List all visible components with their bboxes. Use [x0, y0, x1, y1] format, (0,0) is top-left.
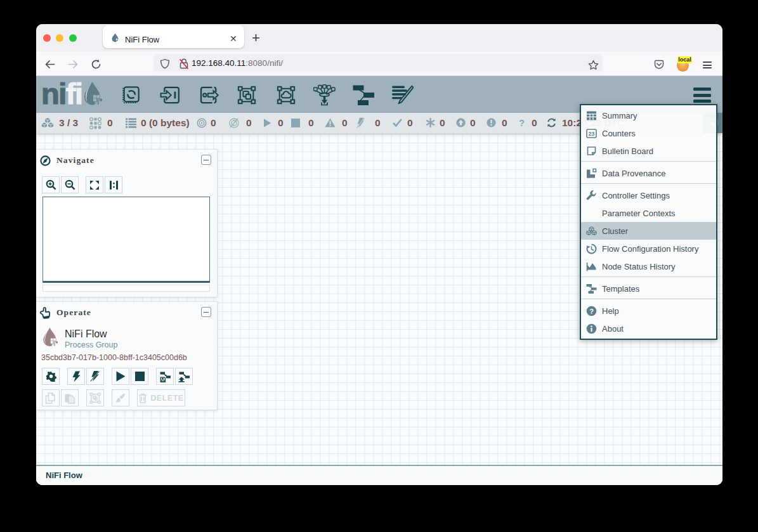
- svg-text:?: ?: [589, 307, 594, 315]
- svg-text:23: 23: [589, 131, 595, 137]
